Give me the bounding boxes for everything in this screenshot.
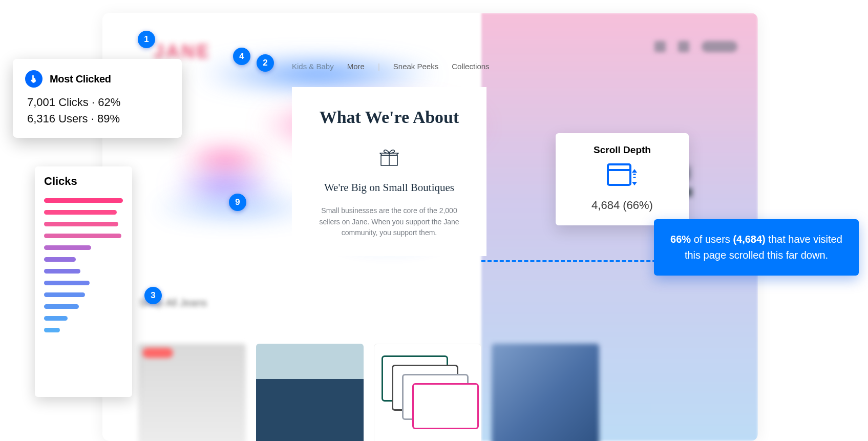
- product-card[interactable]: [256, 344, 364, 441]
- signin-button[interactable]: [702, 41, 737, 52]
- pointer-icon: [25, 70, 43, 88]
- svg-rect-2: [633, 177, 636, 178]
- about-body: Small businesses are the core of the 2,0…: [307, 205, 471, 239]
- clicks-bar[interactable]: [44, 210, 117, 215]
- clicks-panel: Clicks: [35, 166, 132, 397]
- info-pct: 66%: [670, 234, 691, 245]
- svg-rect-0: [608, 164, 630, 185]
- clicks-bar-list: [44, 198, 123, 332]
- nav-item-kids[interactable]: Kids & Baby: [292, 62, 334, 71]
- most-clicked-popover: Most Clicked 7,001 Clicks · 62% 6,316 Us…: [13, 59, 182, 138]
- clicks-bar[interactable]: [44, 198, 123, 203]
- search-icon[interactable]: [654, 41, 666, 52]
- clicks-bar[interactable]: [44, 304, 79, 309]
- clicks-bar[interactable]: [44, 316, 68, 321]
- clicks-bar[interactable]: [44, 222, 118, 226]
- product-card[interactable]: [492, 344, 599, 441]
- nav-item-more[interactable]: More: [347, 62, 365, 71]
- heat-blob: [179, 146, 271, 174]
- scroll-depth-card: Scroll Depth 4,684 (66%): [556, 133, 689, 225]
- svg-rect-1: [633, 174, 636, 175]
- clicks-bar[interactable]: [44, 269, 80, 274]
- scroll-info-tooltip: 66% of users (4,684) that have visited t…: [654, 219, 859, 276]
- rank-badge-1[interactable]: 1: [138, 31, 155, 48]
- info-count: (4,684): [733, 234, 765, 245]
- nav-divider: |: [378, 62, 380, 71]
- clicks-bar[interactable]: [44, 281, 90, 285]
- clicks-panel-title: Clicks: [44, 175, 123, 188]
- product-card[interactable]: [138, 344, 246, 441]
- header-icons: [654, 41, 737, 52]
- clicks-bar[interactable]: [44, 292, 85, 297]
- rank-badge-3[interactable]: 3: [144, 287, 162, 304]
- about-subtitle: We're Big on Small Boutiques: [307, 181, 471, 194]
- rank-badge-9[interactable]: 9: [229, 194, 246, 211]
- rank-badge-4[interactable]: 4: [233, 48, 250, 65]
- scroll-depth-value: 4,684 (66%): [564, 199, 681, 212]
- popover-stat-users: 6,316 Users · 89%: [27, 112, 170, 125]
- product-row: [138, 344, 599, 441]
- popover-stat-clicks: 7,001 Clicks · 62%: [27, 96, 170, 109]
- product-card[interactable]: [374, 344, 481, 441]
- bag-icon[interactable]: [678, 41, 689, 52]
- nav-item-sneak[interactable]: Sneak Peeks: [393, 62, 438, 71]
- browser-scroll-icon: [606, 163, 638, 188]
- clicks-bar[interactable]: [44, 245, 91, 250]
- main-nav: Kids & Baby More | Sneak Peeks Collectio…: [292, 62, 490, 71]
- clicks-bar[interactable]: [44, 257, 76, 262]
- about-title: What We're About: [307, 108, 471, 127]
- info-mid: of users: [691, 234, 733, 245]
- nav-item-collections[interactable]: Collections: [452, 62, 489, 71]
- clicks-bar[interactable]: [44, 234, 121, 238]
- gift-icon: [379, 148, 399, 167]
- popover-title: Most Clicked: [50, 73, 111, 85]
- scroll-depth-title: Scroll Depth: [564, 144, 681, 156]
- rank-badge-2[interactable]: 2: [257, 54, 274, 72]
- about-card: What We're About We're Big on Small Bout…: [292, 87, 486, 256]
- heat-blob: [169, 173, 282, 198]
- clicks-bar[interactable]: [44, 328, 60, 332]
